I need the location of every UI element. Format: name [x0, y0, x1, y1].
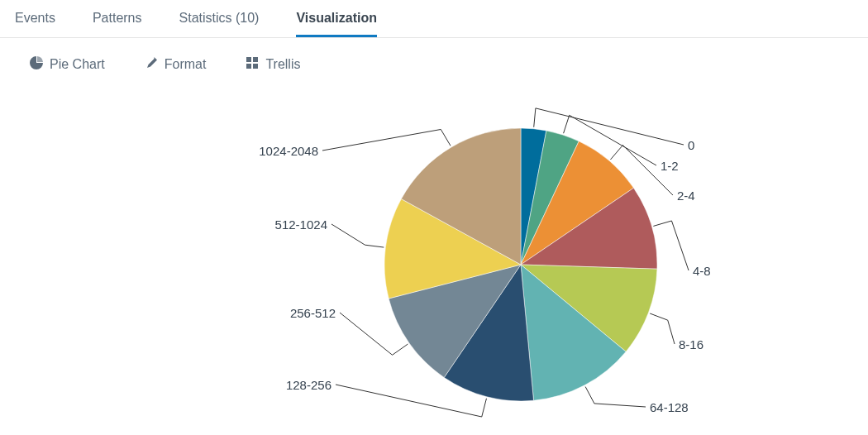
chart-area: 01-22-44-88-1664-128128-256256-512512-10… — [0, 91, 868, 422]
tab-visualization[interactable]: Visualization — [296, 1, 377, 37]
trellis-button[interactable]: Trellis — [246, 56, 300, 73]
format-icon — [145, 56, 158, 73]
svg-rect-0 — [246, 57, 251, 62]
slice-label: 128-256 — [286, 378, 331, 392]
leader-line — [331, 224, 384, 247]
svg-rect-3 — [253, 64, 258, 69]
pie-chart — [380, 124, 661, 405]
tab-bar: Events Patterns Statistics (10) Visualiz… — [0, 0, 868, 38]
slice-label: 8-16 — [679, 337, 703, 351]
slice-label: 256-512 — [290, 306, 336, 320]
slice-label: 1-2 — [661, 159, 679, 173]
slice-label: 64-128 — [650, 400, 689, 414]
slice-label: 0 — [688, 138, 694, 152]
pie-chart-selector[interactable]: Pie Chart — [30, 56, 105, 73]
tab-patterns[interactable]: Patterns — [93, 1, 142, 37]
tab-statistics[interactable]: Statistics (10) — [179, 1, 260, 37]
pie-chart-icon — [30, 56, 43, 73]
slice-label: 2-4 — [677, 189, 695, 203]
format-button[interactable]: Format — [145, 56, 207, 73]
slice-label: 512-1024 — [275, 218, 327, 232]
format-label: Format — [165, 57, 207, 72]
slice-label: 1024-2048 — [259, 144, 318, 158]
tab-events[interactable]: Events — [15, 1, 55, 37]
svg-rect-2 — [246, 64, 251, 69]
slice-label: 4-8 — [693, 264, 711, 278]
toolbar: Pie Chart Format Trellis — [0, 38, 868, 91]
trellis-label: Trellis — [265, 57, 300, 72]
trellis-icon — [246, 56, 259, 73]
svg-rect-1 — [253, 57, 258, 62]
pie-chart-label: Pie Chart — [50, 57, 105, 72]
